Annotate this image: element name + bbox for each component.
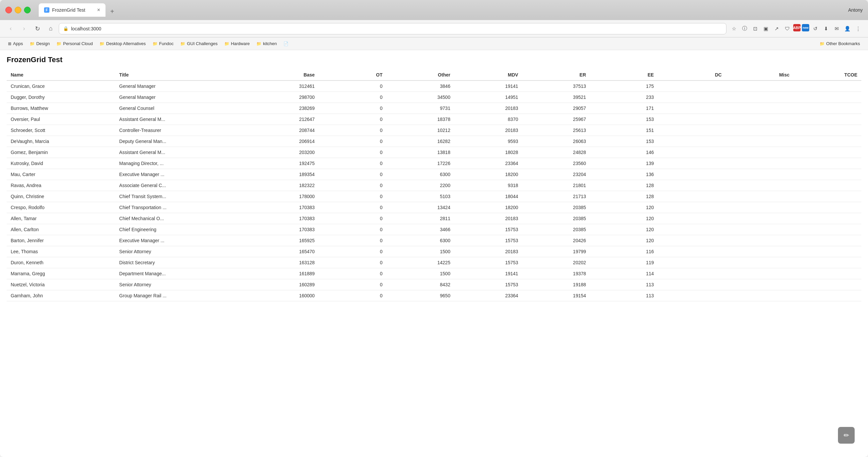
bookmark-fundoc[interactable]: 📁 Fundoc bbox=[150, 40, 176, 48]
cell-base-15: 165470 bbox=[251, 246, 318, 257]
extension-arrow-icon[interactable]: ↗ bbox=[772, 24, 781, 33]
bookmark-gui-challenges-label: GUI Challenges bbox=[187, 41, 218, 46]
cell-base-0: 312461 bbox=[251, 81, 318, 92]
cell-tcoe-19 bbox=[794, 290, 861, 301]
cell-er-18: 19188 bbox=[522, 279, 590, 290]
cell-title-19: Group Manager Rail ... bbox=[115, 290, 251, 301]
address-bar[interactable]: 🔒 localhost:3000 bbox=[59, 23, 726, 34]
bookmark-star-button[interactable]: ☆ bbox=[729, 24, 739, 33]
cell-ee-13: 120 bbox=[590, 224, 658, 235]
cell-tcoe-0 bbox=[794, 81, 861, 92]
pip-button[interactable]: ▣ bbox=[761, 24, 771, 33]
cell-misc-6 bbox=[726, 147, 794, 158]
table-row: Dugger, DorothyGeneral Manager2987000345… bbox=[7, 92, 861, 103]
cell-other-0: 3846 bbox=[386, 81, 454, 92]
reload-button[interactable]: ↻ bbox=[32, 23, 43, 34]
cell-name-3: Oversier, Paul bbox=[7, 114, 115, 125]
cell-ot-10: 0 bbox=[319, 191, 386, 202]
cell-ee-18: 113 bbox=[590, 279, 658, 290]
col-header-ot: OT bbox=[319, 69, 386, 81]
cell-mdv-6: 18028 bbox=[454, 147, 522, 158]
cell-base-18: 160289 bbox=[251, 279, 318, 290]
table-row: Oversier, PaulAssistant General M...2126… bbox=[7, 114, 861, 125]
profile-button[interactable]: 👤 bbox=[843, 24, 852, 33]
bookmark-gui-challenges[interactable]: 📁 GUI Challenges bbox=[178, 40, 220, 48]
new-tab-button[interactable]: + bbox=[107, 6, 118, 17]
cell-ot-15: 0 bbox=[319, 246, 386, 257]
table-row: Duron, KennethDistrict Secretary16312801… bbox=[7, 257, 861, 268]
apps-grid-icon: ⊞ bbox=[8, 41, 11, 46]
bookmark-desktop-alternatives[interactable]: 📁 Desktop Alternatives bbox=[97, 40, 149, 48]
cell-tcoe-1 bbox=[794, 92, 861, 103]
close-button[interactable] bbox=[5, 7, 12, 13]
bookmark-kitchen[interactable]: 📁 kitchen bbox=[254, 40, 279, 48]
bookmark-other[interactable]: 📁 Other Bookmarks bbox=[817, 40, 863, 48]
ublock-icon[interactable]: 🛡 bbox=[782, 24, 792, 33]
cell-name-10: Quinn, Christine bbox=[7, 191, 115, 202]
cell-ot-1: 0 bbox=[319, 92, 386, 103]
home-button[interactable]: ⌂ bbox=[45, 23, 56, 34]
cell-name-13: Allen, Carlton bbox=[7, 224, 115, 235]
nav-bar: ‹ › ↻ ⌂ 🔒 localhost:3000 ☆ ⓘ ⊡ ▣ bbox=[0, 20, 868, 37]
bookmark-design[interactable]: 📁 Design bbox=[27, 40, 53, 48]
cell-mdv-10: 18044 bbox=[454, 191, 522, 202]
folder-icon-desktop-alternatives: 📁 bbox=[99, 41, 104, 46]
cell-dc-11 bbox=[658, 202, 725, 213]
maximize-button[interactable] bbox=[24, 7, 31, 13]
doc-icon: 📄 bbox=[283, 41, 288, 46]
sync-button[interactable]: ↺ bbox=[811, 24, 820, 33]
cell-ee-7: 139 bbox=[590, 158, 658, 169]
active-tab[interactable]: F FrozenGrid Test × bbox=[39, 3, 105, 17]
cell-title-16: District Secretary bbox=[115, 257, 251, 268]
cell-name-15: Lee, Thomas bbox=[7, 246, 115, 257]
cell-other-8: 6300 bbox=[386, 169, 454, 180]
cell-ot-4: 0 bbox=[319, 125, 386, 136]
cell-dc-14 bbox=[658, 235, 725, 246]
cell-name-14: Barton, Jennifer bbox=[7, 235, 115, 246]
traffic-lights bbox=[5, 7, 31, 13]
cell-name-8: Mau, Carter bbox=[7, 169, 115, 180]
bookmark-hardware[interactable]: 📁 Hardware bbox=[222, 40, 252, 48]
cell-dc-15 bbox=[658, 246, 725, 257]
cell-tcoe-18 bbox=[794, 279, 861, 290]
forward-button[interactable]: › bbox=[19, 23, 29, 34]
reload-icon: ↻ bbox=[35, 25, 40, 32]
nav-actions: ☆ ⓘ ⊡ ▣ ↗ 🛡 ABP new ↺ bbox=[729, 24, 863, 33]
cell-title-8: Executive Manager ... bbox=[115, 169, 251, 180]
col-header-base: Base bbox=[251, 69, 318, 81]
bookmark-apps[interactable]: ⊞ Apps bbox=[5, 40, 26, 48]
cell-other-9: 2200 bbox=[386, 180, 454, 191]
scroll-button[interactable]: ✏ bbox=[838, 427, 855, 444]
folder-icon-fundoc: 📁 bbox=[153, 41, 158, 46]
tab-close-button[interactable]: × bbox=[97, 7, 100, 13]
browser-menu-button[interactable]: ⋮ bbox=[853, 24, 863, 33]
cell-other-5: 16282 bbox=[386, 136, 454, 147]
abp-extension-button[interactable]: ABP bbox=[793, 24, 801, 31]
pip-icon: ▣ bbox=[764, 26, 768, 32]
bookmark-doc[interactable]: 📄 bbox=[281, 40, 291, 48]
cell-name-2: Burrows, Matthew bbox=[7, 103, 115, 114]
reader-view-button[interactable]: ⓘ bbox=[740, 24, 749, 33]
mail-button[interactable]: ✉ bbox=[832, 24, 841, 33]
cell-ee-2: 171 bbox=[590, 103, 658, 114]
table-row: Allen, CarltonChief Engineering170383034… bbox=[7, 224, 861, 235]
new-extension-button[interactable]: new bbox=[802, 24, 809, 31]
lock-icon: 🔒 bbox=[63, 26, 68, 31]
bookmarks-bar: ⊞ Apps 📁 Design 📁 Personal Cloud 📁 Deskt… bbox=[0, 37, 868, 50]
share-button[interactable]: ⊡ bbox=[750, 24, 760, 33]
bookmark-personal-cloud[interactable]: 📁 Personal Cloud bbox=[54, 40, 95, 48]
minimize-button[interactable] bbox=[15, 7, 21, 13]
download-button[interactable]: ⬇ bbox=[821, 24, 831, 33]
tab-title: FrozenGrid Test bbox=[52, 7, 85, 13]
cell-other-7: 17226 bbox=[386, 158, 454, 169]
profile-icon: 👤 bbox=[844, 26, 850, 32]
cell-er-1: 39521 bbox=[522, 92, 590, 103]
cell-ee-19: 113 bbox=[590, 290, 658, 301]
cell-other-17: 1500 bbox=[386, 268, 454, 279]
back-button[interactable]: ‹ bbox=[5, 23, 16, 34]
cell-name-19: Garnham, John bbox=[7, 290, 115, 301]
cell-ee-11: 120 bbox=[590, 202, 658, 213]
cell-title-12: Chief Mechanical O... bbox=[115, 213, 251, 224]
cell-dc-12 bbox=[658, 213, 725, 224]
col-header-mdv: MDV bbox=[454, 69, 522, 81]
